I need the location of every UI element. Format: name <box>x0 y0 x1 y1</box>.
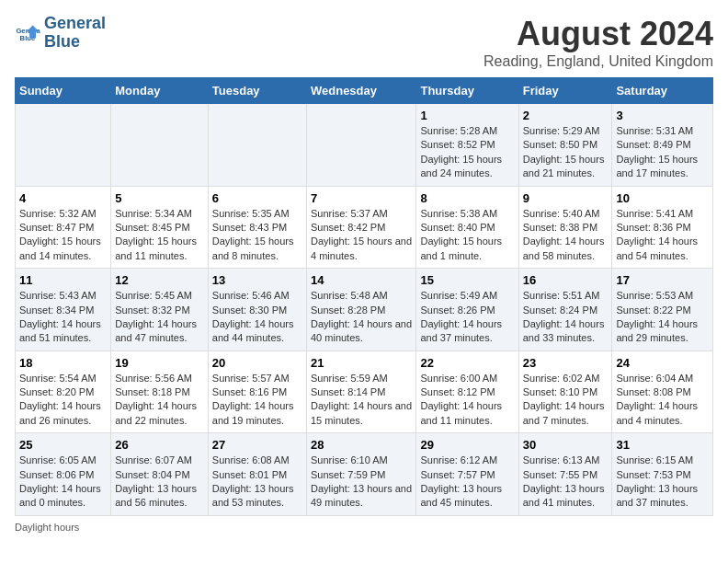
day-number: 1 <box>420 109 514 122</box>
day-number: 11 <box>19 273 107 287</box>
calendar-cell: 21Sunrise: 5:59 AM Sunset: 8:14 PM Dayli… <box>306 350 415 433</box>
calendar-cell: 3Sunrise: 5:31 AM Sunset: 8:49 PM Daylig… <box>612 104 713 187</box>
calendar-cell: 27Sunrise: 6:08 AM Sunset: 8:01 PM Dayli… <box>208 433 306 516</box>
day-header-sunday: Sunday <box>16 78 111 104</box>
calendar-cell <box>16 104 111 187</box>
day-info: Sunrise: 6:02 AM Sunset: 8:10 PM Dayligh… <box>523 372 609 429</box>
day-info: Sunrise: 5:59 AM Sunset: 8:14 PM Dayligh… <box>311 372 412 429</box>
calendar-cell: 19Sunrise: 5:56 AM Sunset: 8:18 PM Dayli… <box>111 350 209 433</box>
day-number: 29 <box>420 438 514 452</box>
calendar-cell: 13Sunrise: 5:46 AM Sunset: 8:30 PM Dayli… <box>208 269 306 351</box>
day-info: Sunrise: 6:15 AM Sunset: 7:53 PM Dayligh… <box>616 454 709 511</box>
day-info: Sunrise: 5:56 AM Sunset: 8:18 PM Dayligh… <box>115 372 204 429</box>
day-number: 30 <box>523 438 609 452</box>
logo: General Blue General Blue <box>15 15 106 52</box>
day-info: Sunrise: 5:54 AM Sunset: 8:20 PM Dayligh… <box>19 372 107 429</box>
day-info: Sunrise: 5:45 AM Sunset: 8:32 PM Dayligh… <box>115 289 204 346</box>
day-number: 3 <box>616 109 709 122</box>
header-row: SundayMondayTuesdayWednesdayThursdayFrid… <box>16 78 713 104</box>
calendar-cell: 16Sunrise: 5:51 AM Sunset: 8:24 PM Dayli… <box>518 269 612 351</box>
calendar-cell: 10Sunrise: 5:41 AM Sunset: 8:36 PM Dayli… <box>612 186 713 269</box>
logo-icon: General Blue <box>15 20 40 46</box>
day-info: Sunrise: 5:48 AM Sunset: 8:28 PM Dayligh… <box>311 289 412 346</box>
calendar-cell: 4Sunrise: 5:32 AM Sunset: 8:47 PM Daylig… <box>16 186 111 269</box>
day-number: 23 <box>523 356 609 370</box>
calendar-cell: 12Sunrise: 5:45 AM Sunset: 8:32 PM Dayli… <box>111 269 209 351</box>
calendar-cell: 26Sunrise: 6:07 AM Sunset: 8:04 PM Dayli… <box>111 433 209 516</box>
day-info: Sunrise: 5:38 AM Sunset: 8:40 PM Dayligh… <box>420 207 514 264</box>
day-number: 20 <box>212 356 302 370</box>
calendar-cell: 23Sunrise: 6:02 AM Sunset: 8:10 PM Dayli… <box>518 350 612 433</box>
day-info: Sunrise: 6:08 AM Sunset: 8:01 PM Dayligh… <box>212 454 302 511</box>
day-header-monday: Monday <box>111 78 209 104</box>
calendar-cell <box>111 104 209 187</box>
day-number: 17 <box>616 273 709 287</box>
day-number: 6 <box>212 191 302 205</box>
day-info: Sunrise: 6:07 AM Sunset: 8:04 PM Dayligh… <box>115 454 204 511</box>
day-number: 19 <box>115 356 204 370</box>
calendar-cell <box>306 104 415 187</box>
calendar-cell: 28Sunrise: 6:10 AM Sunset: 7:59 PM Dayli… <box>306 433 415 516</box>
day-number: 14 <box>311 273 412 287</box>
calendar-cell: 20Sunrise: 5:57 AM Sunset: 8:16 PM Dayli… <box>208 350 306 433</box>
day-number: 16 <box>523 273 609 287</box>
calendar-cell: 31Sunrise: 6:15 AM Sunset: 7:53 PM Dayli… <box>612 433 713 516</box>
week-row-3: 18Sunrise: 5:54 AM Sunset: 8:20 PM Dayli… <box>16 350 713 433</box>
day-number: 21 <box>311 356 412 370</box>
week-row-4: 25Sunrise: 6:05 AM Sunset: 8:06 PM Dayli… <box>16 433 713 516</box>
day-header-wednesday: Wednesday <box>306 78 415 104</box>
calendar-cell: 5Sunrise: 5:34 AM Sunset: 8:45 PM Daylig… <box>111 186 209 269</box>
day-info: Sunrise: 5:35 AM Sunset: 8:43 PM Dayligh… <box>212 207 302 264</box>
week-row-2: 11Sunrise: 5:43 AM Sunset: 8:34 PM Dayli… <box>16 269 713 351</box>
day-header-thursday: Thursday <box>416 78 518 104</box>
day-info: Sunrise: 6:00 AM Sunset: 8:12 PM Dayligh… <box>420 372 514 429</box>
day-info: Sunrise: 5:46 AM Sunset: 8:30 PM Dayligh… <box>212 289 302 346</box>
subtitle: Reading, England, United Kingdom <box>483 53 713 70</box>
header: General Blue General Blue August 2024 Re… <box>15 15 713 70</box>
day-info: Sunrise: 5:28 AM Sunset: 8:52 PM Dayligh… <box>420 124 514 181</box>
day-number: 22 <box>420 356 514 370</box>
day-number: 28 <box>311 438 412 452</box>
day-info: Sunrise: 5:34 AM Sunset: 8:45 PM Dayligh… <box>115 207 204 264</box>
day-header-friday: Friday <box>518 78 612 104</box>
calendar-cell: 9Sunrise: 5:40 AM Sunset: 8:38 PM Daylig… <box>518 186 612 269</box>
day-info: Sunrise: 6:05 AM Sunset: 8:06 PM Dayligh… <box>19 454 107 511</box>
day-number: 18 <box>19 356 107 370</box>
day-number: 2 <box>523 109 609 122</box>
day-info: Sunrise: 6:13 AM Sunset: 7:55 PM Dayligh… <box>523 454 609 511</box>
week-row-0: 1Sunrise: 5:28 AM Sunset: 8:52 PM Daylig… <box>16 104 713 187</box>
day-number: 27 <box>212 438 302 452</box>
day-info: Sunrise: 5:49 AM Sunset: 8:26 PM Dayligh… <box>420 289 514 346</box>
calendar-cell: 8Sunrise: 5:38 AM Sunset: 8:40 PM Daylig… <box>416 186 518 269</box>
calendar-cell: 1Sunrise: 5:28 AM Sunset: 8:52 PM Daylig… <box>416 104 518 187</box>
day-info: Sunrise: 5:40 AM Sunset: 8:38 PM Dayligh… <box>523 207 609 264</box>
day-header-saturday: Saturday <box>612 78 713 104</box>
calendar-cell: 2Sunrise: 5:29 AM Sunset: 8:50 PM Daylig… <box>518 104 612 187</box>
calendar-table: SundayMondayTuesdayWednesdayThursdayFrid… <box>15 77 713 516</box>
day-info: Sunrise: 6:12 AM Sunset: 7:57 PM Dayligh… <box>420 454 514 511</box>
day-number: 25 <box>19 438 107 452</box>
day-number: 24 <box>616 356 709 370</box>
day-info: Sunrise: 6:04 AM Sunset: 8:08 PM Dayligh… <box>616 372 709 429</box>
calendar-cell <box>208 104 306 187</box>
main-title: August 2024 <box>483 15 713 53</box>
day-info: Sunrise: 5:29 AM Sunset: 8:50 PM Dayligh… <box>523 124 609 181</box>
calendar-cell: 15Sunrise: 5:49 AM Sunset: 8:26 PM Dayli… <box>416 269 518 351</box>
calendar-cell: 22Sunrise: 6:00 AM Sunset: 8:12 PM Dayli… <box>416 350 518 433</box>
day-info: Sunrise: 5:31 AM Sunset: 8:49 PM Dayligh… <box>616 124 709 181</box>
day-number: 4 <box>19 191 107 205</box>
day-number: 26 <box>115 438 204 452</box>
day-info: Sunrise: 6:10 AM Sunset: 7:59 PM Dayligh… <box>311 454 412 511</box>
calendar-cell: 29Sunrise: 6:12 AM Sunset: 7:57 PM Dayli… <box>416 433 518 516</box>
day-number: 9 <box>523 191 609 205</box>
day-info: Sunrise: 5:32 AM Sunset: 8:47 PM Dayligh… <box>19 207 107 264</box>
calendar-cell: 24Sunrise: 6:04 AM Sunset: 8:08 PM Dayli… <box>612 350 713 433</box>
day-info: Sunrise: 5:41 AM Sunset: 8:36 PM Dayligh… <box>616 207 709 264</box>
calendar-cell: 7Sunrise: 5:37 AM Sunset: 8:42 PM Daylig… <box>306 186 415 269</box>
day-info: Sunrise: 5:57 AM Sunset: 8:16 PM Dayligh… <box>212 372 302 429</box>
calendar-cell: 17Sunrise: 5:53 AM Sunset: 8:22 PM Dayli… <box>612 269 713 351</box>
week-row-1: 4Sunrise: 5:32 AM Sunset: 8:47 PM Daylig… <box>16 186 713 269</box>
day-info: Sunrise: 5:53 AM Sunset: 8:22 PM Dayligh… <box>616 289 709 346</box>
logo-text: General Blue <box>44 15 106 52</box>
day-number: 8 <box>420 191 514 205</box>
